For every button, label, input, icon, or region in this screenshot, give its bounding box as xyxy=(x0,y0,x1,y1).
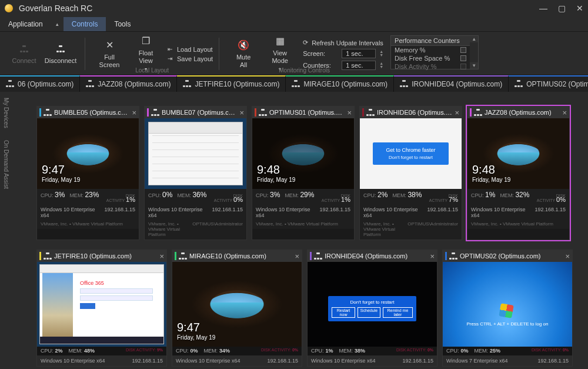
browser-window: Office 365 xyxy=(39,264,164,344)
session-tab[interactable]: MIRAGE10 (Optimus.com) xyxy=(286,75,394,92)
menu-controls[interactable]: Controls xyxy=(64,17,106,31)
menu-caret-icon[interactable]: ▴ xyxy=(51,18,64,30)
node-icon xyxy=(44,252,52,260)
screen-interval-spinner[interactable]: ▲▼ xyxy=(379,50,383,57)
mute-all-button[interactable]: 🔇 MuteAll xyxy=(225,38,262,70)
close-icon[interactable]: × xyxy=(347,108,352,117)
color-indicator xyxy=(445,252,447,260)
color-indicator xyxy=(470,108,472,117)
session-tab[interactable]: OPTIMUS02 (Optimus.com) xyxy=(509,75,588,92)
checkbox-icon[interactable] xyxy=(460,64,466,69)
thumb-footer: Windows 10 Enterprise x64192.168.1.15 xyxy=(360,204,462,221)
floatview-icon: ❐ xyxy=(142,35,150,47)
win7-desktop: Press CTRL + ALT + DELETE to log on xyxy=(443,262,572,347)
menu-tools[interactable]: Tools xyxy=(106,17,139,31)
thumb-footer: Windows 10 Enterprise x64192.168.1.15 xyxy=(252,204,354,221)
close-button[interactable]: ✕ xyxy=(576,4,583,13)
session-tab-strip: 06 (Optimus.com)JAZZ08 (Optimus.com)JETF… xyxy=(0,75,588,92)
thumb-screen[interactable]: Press CTRL + ALT + DELETE to log on xyxy=(443,262,572,347)
close-icon[interactable]: × xyxy=(159,252,164,261)
window-controls: — ▢ ✕ xyxy=(539,4,583,13)
thumb-title: IRONHIDE04 (Optimus.com) xyxy=(325,252,427,260)
thumb-footer: Windows 10 Enterprise x64192.168.1.15 xyxy=(172,355,302,366)
screen-interval-input[interactable]: 1 sec. xyxy=(342,49,376,58)
perf-header: Performance Counters xyxy=(391,36,470,46)
session-tab[interactable]: JAZZ08 (Optimus.com) xyxy=(80,75,177,92)
close-icon[interactable]: × xyxy=(565,252,570,261)
close-icon[interactable]: × xyxy=(132,108,136,117)
session-thumbnail[interactable]: BUMBLE07 (Optimus.com) × CPU: 0% MEM: 36… xyxy=(144,106,247,240)
thumb-stats: CPU: 2% MEM: 48% DISK ACTIVITY: 9% xyxy=(37,347,166,355)
session-thumbnail[interactable]: OPTIMUS01 (Optimus.com) × 9:48Friday, Ma… xyxy=(252,106,355,240)
session-thumbnail[interactable]: OPTIMUS02 (Optimus.com) × Press CTRL + A… xyxy=(442,250,573,367)
color-indicator xyxy=(39,252,41,260)
session-thumbnail[interactable]: BUMBLE05 (Optimus.com) × 9:47Friday, May… xyxy=(36,106,139,240)
close-icon[interactable]: × xyxy=(562,108,567,117)
thumb-screen[interactable]: 9:47Friday, May 19 xyxy=(37,118,139,189)
thumb-footer: Windows 7 Enterprise x64192.168.1.15 xyxy=(443,355,572,366)
refresh-icon: ⟳ xyxy=(303,39,308,46)
thumb-header: OPTIMUS01 (Optimus.com) × xyxy=(252,107,354,118)
thumb-screen[interactable] xyxy=(145,118,246,189)
minimize-button[interactable]: — xyxy=(539,4,547,13)
session-thumbnail[interactable]: IRONHIDE06 (Optimus.com) × Get to Chrome… xyxy=(359,106,462,240)
tab-label: 06 (Optimus.com) xyxy=(18,80,74,88)
perf-memory[interactable]: Memory % xyxy=(391,46,470,54)
thumb-stats: CPU: 0% MEM: 25% DISK ACTIVITY: 0% xyxy=(443,347,572,355)
node-icon xyxy=(366,109,375,116)
chrome-popup: Get to Chrome fasterDon't forget to rest… xyxy=(360,118,462,189)
refresh-intervals-header: ⟳ Refresh Udpate Intervals xyxy=(303,39,383,46)
connect-button[interactable]: Connect xyxy=(6,42,42,66)
session-thumbnail[interactable]: JETFIRE10 (Optimus.com) × Office 365 CPU… xyxy=(36,250,167,367)
thumb-title: IRONHIDE06 (Optimus.com) xyxy=(377,109,452,116)
fullscreen-button[interactable]: ✕ FullScreen xyxy=(91,38,128,70)
tab-label: JETFIRE10 (Optimus.com) xyxy=(195,80,279,88)
close-icon[interactable]: × xyxy=(295,252,299,261)
session-tab[interactable]: JETFIRE10 (Optimus.com) xyxy=(177,75,286,92)
thumb-stats: CPU: 2% MEM: 38% DISKACTIVITY 7% xyxy=(360,189,462,204)
checkbox-icon[interactable] xyxy=(460,55,466,61)
thumb-header: BUMBLE07 (Optimus.com) × xyxy=(145,107,246,118)
thumb-title: OPTIMUS01 (Optimus.com) xyxy=(269,109,345,116)
session-tab[interactable]: 06 (Optimus.com) xyxy=(0,75,80,92)
thumb-header: OPTIMUS02 (Optimus.com) × xyxy=(443,250,572,262)
disconnect-button[interactable]: Disconnect xyxy=(42,42,79,66)
thumb-header: IRONHIDE06 (Optimus.com) × xyxy=(360,107,462,118)
menu-application[interactable]: Application xyxy=(0,17,51,31)
maximize-button[interactable]: ▢ xyxy=(558,4,566,13)
thumb-screen[interactable]: 9:48Friday, May 19 xyxy=(252,118,354,189)
thumb-screen[interactable]: 9:48Friday, May 19 xyxy=(467,118,569,189)
session-tab[interactable]: IRONHIDE04 (Optimus.com) xyxy=(394,75,509,92)
thumb-title: BUMBLE07 (Optimus.com) xyxy=(162,109,237,116)
thumb-screen[interactable]: Office 365 xyxy=(37,262,166,347)
thumb-header: MIRAGE10 (Optimus.com) × xyxy=(172,250,302,262)
scroll-down-icon[interactable]: ▼ xyxy=(470,62,478,69)
thumb-footer: Windows 10 Enterprise x64192.168.1.15 xyxy=(37,204,139,221)
perf-disk-activity[interactable]: Disk Activity % xyxy=(391,62,470,71)
session-thumbnail[interactable]: JAZZ08 (Optimus.com) × 9:48Friday, May 1… xyxy=(467,106,570,240)
thumb-screen[interactable]: 9:47Friday, May 19 xyxy=(172,262,302,347)
thumb-screen[interactable]: Don't forget to restart Restart now Sche… xyxy=(308,262,437,347)
session-thumbnail[interactable]: IRONHIDE04 (Optimus.com) × Don't forget … xyxy=(307,250,437,367)
side-my-devices[interactable]: My Devices xyxy=(3,98,9,128)
node-icon xyxy=(183,80,191,89)
close-icon[interactable]: × xyxy=(239,108,244,117)
load-layout-button[interactable]: ⇤Load Layout xyxy=(166,46,213,53)
color-indicator xyxy=(255,108,256,117)
node-icon xyxy=(151,109,159,116)
section-monitoring-controls: Monitoring Controls xyxy=(222,67,387,74)
thumb-footer: Windows 10 Enterprise x64192.168.1.15 xyxy=(308,355,437,366)
save-layout-button[interactable]: ⇥Save Layout xyxy=(166,55,213,62)
close-icon[interactable]: × xyxy=(430,252,435,261)
app-title: Goverlan Reach RC xyxy=(19,4,92,13)
session-thumbnail[interactable]: MIRAGE10 (Optimus.com) × 9:47Friday, May… xyxy=(172,250,302,367)
tab-label: MIRAGE10 (Optimus.com) xyxy=(303,80,387,88)
checkbox-icon[interactable] xyxy=(460,47,466,53)
scroll-up-icon[interactable]: ▲ xyxy=(470,36,478,42)
perf-disk-free[interactable]: Disk Free Space % xyxy=(391,54,470,62)
side-on-demand-assist[interactable]: On Demand Assist xyxy=(3,140,9,189)
close-icon[interactable]: × xyxy=(455,108,459,117)
node-icon xyxy=(314,252,322,260)
thumb-screen[interactable]: Get to Chrome fasterDon't forget to rest… xyxy=(360,118,462,189)
perf-scrollbar[interactable]: ▲ ▼ xyxy=(470,36,478,69)
